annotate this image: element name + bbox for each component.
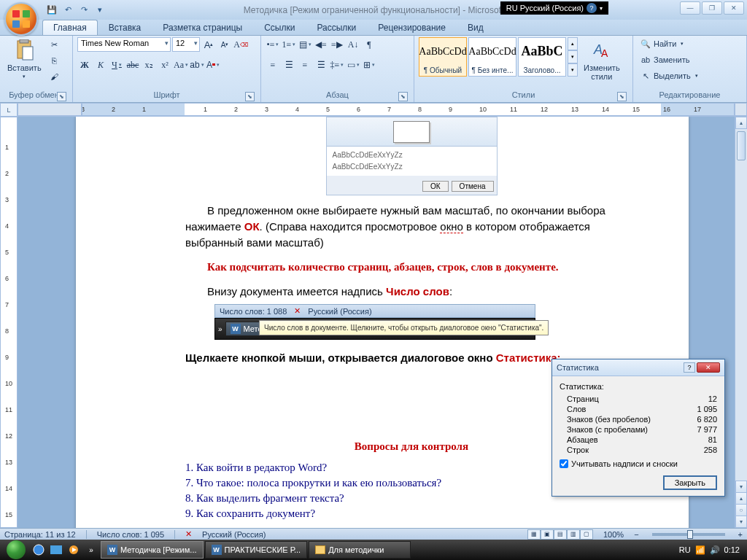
zoom-slider[interactable] bbox=[652, 533, 725, 536]
line-spacing-button[interactable]: ‡≡ bbox=[330, 58, 344, 72]
increase-indent-button[interactable]: ≡▶ bbox=[330, 37, 344, 52]
replace-button[interactable]: abЗаменить bbox=[638, 53, 692, 66]
tray-lang-icon[interactable]: RU bbox=[679, 545, 691, 554]
paragraph-dialog-launcher[interactable]: ⬊ bbox=[398, 92, 408, 101]
dialog-close-action-button[interactable]: Закрыть bbox=[663, 475, 717, 490]
view-outline[interactable]: ▥ bbox=[567, 529, 580, 540]
tray-clock[interactable]: 0:12 bbox=[724, 545, 740, 554]
shrink-font-button[interactable]: A▾ bbox=[217, 37, 232, 52]
horizontal-ruler[interactable]: 3211234567891011121314151617 bbox=[82, 103, 735, 116]
tab-view[interactable]: Вид bbox=[457, 20, 495, 35]
font-dialog-launcher[interactable]: ⬊ bbox=[245, 92, 255, 101]
underline-button[interactable]: Ч bbox=[109, 58, 124, 72]
taskbar-item-1[interactable]: WМетодичка [Режим... bbox=[101, 541, 204, 559]
view-fullscreen[interactable]: ▣ bbox=[541, 529, 554, 540]
dialog-close-button[interactable]: ✕ bbox=[697, 362, 720, 373]
vertical-scrollbar[interactable]: ▴ ▾ ▴ ○ ▾ bbox=[735, 117, 747, 528]
format-painter-button[interactable]: 🖌 bbox=[47, 69, 62, 84]
bold-button[interactable]: Ж bbox=[77, 58, 92, 72]
include-footnotes-checkbox[interactable]: Учитывать надписи и сноски bbox=[560, 455, 717, 472]
tab-mailings[interactable]: Рассылки bbox=[306, 20, 367, 35]
highlight-button[interactable]: ab bbox=[190, 58, 204, 72]
bullets-button[interactable]: •≡ bbox=[266, 37, 280, 52]
help-icon[interactable]: ? bbox=[587, 3, 597, 13]
quicklaunch-more-icon[interactable]: » bbox=[83, 542, 99, 558]
tray-volume-icon[interactable]: 🔊 bbox=[710, 545, 720, 555]
italic-button[interactable]: К bbox=[93, 58, 108, 72]
taskbar-item-2[interactable]: WПРАКТИЧЕСКИЕ Р... bbox=[205, 541, 308, 559]
tab-selector[interactable]: L bbox=[0, 103, 18, 117]
paste-button[interactable]: Вставить ▾ bbox=[4, 37, 44, 81]
style-normal[interactable]: AaBbCcDd¶ Обычный bbox=[419, 37, 467, 77]
sort-button[interactable]: A↓ bbox=[346, 37, 360, 52]
close-button[interactable]: ✕ bbox=[724, 1, 744, 15]
superscript-button[interactable]: x² bbox=[158, 58, 172, 72]
find-button[interactable]: 🔍Найти▾ bbox=[638, 37, 686, 50]
next-page-button[interactable]: ▾ bbox=[735, 516, 747, 528]
qat-undo-icon[interactable]: ↶ bbox=[60, 1, 76, 18]
quicklaunch-desktop-icon[interactable] bbox=[48, 542, 64, 558]
align-center-button[interactable]: ☰ bbox=[282, 58, 296, 72]
font-name-combo[interactable]: Times New Roman bbox=[77, 37, 171, 52]
grow-font-button[interactable]: A▴ bbox=[201, 37, 216, 52]
show-marks-button[interactable]: ¶ bbox=[362, 37, 376, 52]
office-button[interactable] bbox=[4, 2, 38, 36]
cut-button[interactable]: ✂ bbox=[47, 37, 62, 52]
tab-pagelayout[interactable]: Разметка страницы bbox=[152, 20, 253, 35]
decrease-indent-button[interactable]: ◀≡ bbox=[314, 37, 328, 52]
select-button[interactable]: ↖Выделить▾ bbox=[638, 69, 701, 82]
scroll-down-button[interactable]: ▾ bbox=[735, 481, 747, 493]
dialog-titlebar[interactable]: Статистика ? ✕ bbox=[552, 359, 724, 376]
shading-button[interactable]: ▭ bbox=[346, 58, 360, 72]
qat-save-icon[interactable]: 💾 bbox=[44, 1, 60, 18]
change-styles-button[interactable]: AA Изменить стили bbox=[581, 37, 623, 82]
gallery-more-button[interactable]: ▾ bbox=[568, 63, 578, 77]
status-page[interactable]: Страница: 11 из 12 bbox=[4, 530, 76, 539]
zoom-out-button[interactable]: − bbox=[634, 530, 638, 539]
dialog-help-button[interactable]: ? bbox=[684, 362, 695, 373]
qat-redo-icon[interactable]: ↷ bbox=[76, 1, 92, 18]
font-size-combo[interactable]: 12 bbox=[172, 37, 200, 52]
zoom-thumb[interactable] bbox=[687, 530, 693, 539]
justify-button[interactable]: ☰ bbox=[314, 58, 328, 72]
numbering-button[interactable]: 1≡ bbox=[282, 37, 296, 52]
copy-button[interactable]: ⎘ bbox=[47, 53, 62, 68]
multilevel-button[interactable]: ▤ bbox=[298, 37, 312, 52]
tab-review[interactable]: Рецензирование bbox=[367, 20, 457, 35]
taskbar-item-3[interactable]: Для методички bbox=[309, 541, 411, 559]
gallery-down-button[interactable]: ▾ bbox=[568, 50, 578, 63]
status-words[interactable]: Число слов: 1 095 bbox=[97, 530, 164, 539]
change-case-button[interactable]: Aa bbox=[174, 58, 188, 72]
scroll-thumb[interactable] bbox=[737, 131, 746, 160]
start-button[interactable] bbox=[3, 540, 29, 560]
clipboard-dialog-launcher[interactable]: ⬊ bbox=[57, 92, 66, 101]
tab-insert[interactable]: Вставка bbox=[98, 20, 152, 35]
align-right-button[interactable]: ≡ bbox=[298, 58, 312, 72]
clear-format-button[interactable]: A⌫ bbox=[233, 37, 248, 52]
view-print-layout[interactable]: ▦ bbox=[527, 529, 541, 540]
font-color-button[interactable]: A bbox=[206, 58, 220, 72]
zoom-level[interactable]: 100% bbox=[603, 530, 624, 539]
style-heading[interactable]: AaBbCЗаголово... bbox=[518, 37, 566, 77]
tab-references[interactable]: Ссылки bbox=[253, 20, 306, 35]
view-web[interactable]: ▤ bbox=[554, 529, 567, 540]
minimize-button[interactable]: — bbox=[680, 1, 700, 15]
gallery-up-button[interactable]: ▴ bbox=[568, 37, 578, 50]
scroll-up-button[interactable]: ▴ bbox=[735, 117, 747, 129]
view-draft[interactable]: ▢ bbox=[580, 529, 593, 540]
borders-button[interactable]: ⊞ bbox=[362, 58, 376, 72]
style-nospace[interactable]: AaBbCcDd¶ Без инте... bbox=[468, 37, 516, 77]
tray-network-icon[interactable]: 📶 bbox=[695, 545, 705, 555]
quicklaunch-media-icon[interactable] bbox=[66, 542, 82, 558]
status-language[interactable]: Русский (Россия) bbox=[202, 530, 266, 539]
proofing-icon[interactable]: ✕ bbox=[185, 529, 192, 539]
zoom-in-button[interactable]: + bbox=[738, 530, 743, 539]
styles-dialog-launcher[interactable]: ⬊ bbox=[617, 92, 627, 101]
checkbox-input[interactable] bbox=[560, 459, 568, 468]
language-indicator[interactable]: RU Русский (Россия) ? ▾ bbox=[500, 1, 608, 15]
quicklaunch-ie-icon[interactable] bbox=[31, 542, 47, 558]
tab-home[interactable]: Главная bbox=[42, 20, 98, 35]
align-left-button[interactable]: ≡ bbox=[266, 58, 280, 72]
vertical-ruler[interactable]: 123456789101112131415 bbox=[0, 117, 18, 528]
restore-button[interactable]: ❐ bbox=[702, 1, 722, 15]
